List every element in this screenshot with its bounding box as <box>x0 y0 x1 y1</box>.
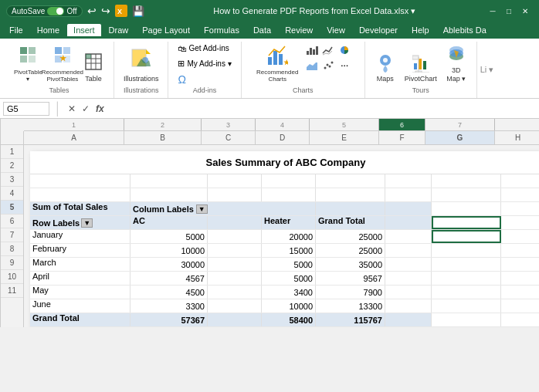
cell-F7[interactable] <box>385 258 432 271</box>
row-header-8[interactable]: 8 <box>1 242 23 256</box>
cell-F10[interactable] <box>385 299 432 313</box>
cell-B9[interactable]: 4500 <box>131 286 208 299</box>
cell-C5[interactable] <box>208 230 262 243</box>
cell-C9[interactable] <box>208 286 262 299</box>
cell-F1[interactable] <box>385 174 432 188</box>
cell-B4[interactable]: AC <box>131 216 208 229</box>
minimize-button[interactable]: ─ <box>485 5 500 17</box>
cell-C6[interactable] <box>208 244 262 257</box>
row-labels-filter[interactable]: ▼ <box>81 218 93 228</box>
menu-help[interactable]: Help <box>405 24 436 36</box>
cell-A3[interactable]: Sum of Total Sales <box>30 202 131 215</box>
cell-E11[interactable]: 115767 <box>316 313 385 326</box>
cell-G6[interactable] <box>432 244 501 257</box>
menu-data[interactable]: Data <box>247 24 277 36</box>
menu-review[interactable]: Review <box>279 24 319 36</box>
save-icon[interactable]: 💾 <box>132 5 144 17</box>
col-header-F[interactable]: F <box>379 131 425 144</box>
cell-A1[interactable] <box>30 174 131 188</box>
menu-draw[interactable]: Draw <box>103 24 135 36</box>
cell-D6[interactable]: 15000 <box>262 244 316 257</box>
my-addins-button[interactable]: ⊞ My Add-ins ▾ <box>175 57 234 70</box>
ribbon-overflow[interactable]: Li ▾ <box>477 42 497 98</box>
cell-E3[interactable] <box>316 202 385 215</box>
cancel-formula-button[interactable]: ✕ <box>66 103 77 114</box>
redo-icon[interactable]: ↪ <box>101 5 110 17</box>
cell-D9[interactable]: 3400 <box>262 286 316 299</box>
col-ruler-A[interactable]: 1 <box>24 119 124 130</box>
cell-B3[interactable]: Column Labels ▼ <box>131 202 316 215</box>
cell-A2[interactable] <box>30 188 131 201</box>
col-header-D[interactable]: D <box>256 131 310 144</box>
cell-F2[interactable] <box>385 188 432 201</box>
cell-E7[interactable]: 35000 <box>316 258 385 271</box>
menu-ablebits[interactable]: Ablebits Da <box>437 24 493 36</box>
cell-D8[interactable]: 5000 <box>262 272 316 285</box>
col-ruler-B[interactable]: 2 <box>124 119 202 130</box>
row-header-9[interactable]: 9 <box>1 256 23 270</box>
row-header-11[interactable]: 11 <box>1 284 23 298</box>
insert-function-button[interactable]: fx <box>94 103 106 114</box>
cell-A10[interactable]: June <box>30 299 131 313</box>
col-ruler-D[interactable]: 4 <box>256 119 310 130</box>
pivot-chart-button[interactable]: PivotChart <box>402 51 440 85</box>
area-chart-button[interactable] <box>304 59 320 73</box>
cell-B10[interactable]: 3300 <box>131 299 208 313</box>
menu-view[interactable]: View <box>320 24 351 36</box>
cell-E6[interactable]: 25000 <box>316 244 385 257</box>
cell-G10[interactable] <box>432 299 501 313</box>
cell-E4[interactable]: Grand Total <box>316 216 385 229</box>
menu-page-layout[interactable]: Page Layout <box>136 24 196 36</box>
cell-B6[interactable]: 10000 <box>131 244 208 257</box>
pie-chart-button[interactable] <box>337 43 352 57</box>
row-header-5[interactable]: 5 <box>1 201 23 215</box>
cell-F6[interactable] <box>385 244 432 257</box>
row-header-10[interactable]: 10 <box>1 270 23 284</box>
row-header-3[interactable]: 3 <box>1 173 23 187</box>
cell-C10[interactable] <box>208 299 262 313</box>
name-box[interactable]: G5 <box>3 102 49 116</box>
cell-D5[interactable]: 20000 <box>262 230 316 243</box>
row-header-4[interactable]: 4 <box>1 187 23 201</box>
cell-C7[interactable] <box>208 258 262 271</box>
cell-A5[interactable]: January <box>30 230 131 243</box>
col-header-E[interactable]: E <box>310 131 379 144</box>
col-ruler-C[interactable]: 3 <box>202 119 256 130</box>
table-button[interactable]: Table <box>80 52 107 85</box>
3d-map-button[interactable]: 3DMap ▾ <box>442 42 470 85</box>
col-header-B[interactable]: B <box>124 131 202 144</box>
cell-D1[interactable] <box>262 174 316 188</box>
close-button[interactable]: ✕ <box>517 5 533 17</box>
menu-developer[interactable]: Developer <box>353 24 404 36</box>
cell-B8[interactable]: 4567 <box>131 272 208 285</box>
row-header-1[interactable]: 1 <box>1 145 23 159</box>
cell-F8[interactable] <box>385 272 432 285</box>
cell-F5[interactable] <box>385 230 432 243</box>
illustrations-button[interactable]: Illustrations <box>120 43 162 85</box>
cell-B7[interactable]: 30000 <box>131 258 208 271</box>
maximize-button[interactable]: □ <box>501 5 517 17</box>
cell-F3[interactable] <box>385 202 432 215</box>
cell-A7[interactable]: March <box>30 258 131 271</box>
cell-E2[interactable] <box>316 188 385 201</box>
cell-A9[interactable]: May <box>30 286 131 299</box>
cell-E9[interactable]: 7900 <box>316 286 385 299</box>
cell-F11[interactable] <box>385 313 432 326</box>
cell-A8[interactable]: April <box>30 272 131 285</box>
menu-home[interactable]: Home <box>31 24 66 36</box>
line-chart-button[interactable] <box>320 43 336 57</box>
cell-C2[interactable] <box>208 188 262 201</box>
cell-C1[interactable] <box>208 174 262 188</box>
col-header-H[interactable]: H <box>495 131 539 144</box>
cell-G9[interactable] <box>432 286 501 299</box>
cell-E5[interactable]: 25000 <box>316 230 385 243</box>
confirm-formula-button[interactable]: ✓ <box>80 103 91 114</box>
cell-F4[interactable] <box>385 216 432 229</box>
col-header-G[interactable]: G <box>425 131 495 144</box>
recommended-charts-button[interactable]: ★ RecommendedCharts <box>253 42 301 85</box>
menu-formulas[interactable]: Formulas <box>198 24 246 36</box>
cell-G4[interactable] <box>432 216 501 229</box>
cell-G5[interactable] <box>432 230 501 243</box>
autosave-toggle[interactable] <box>47 7 64 15</box>
scatter-chart-button[interactable] <box>320 59 336 73</box>
